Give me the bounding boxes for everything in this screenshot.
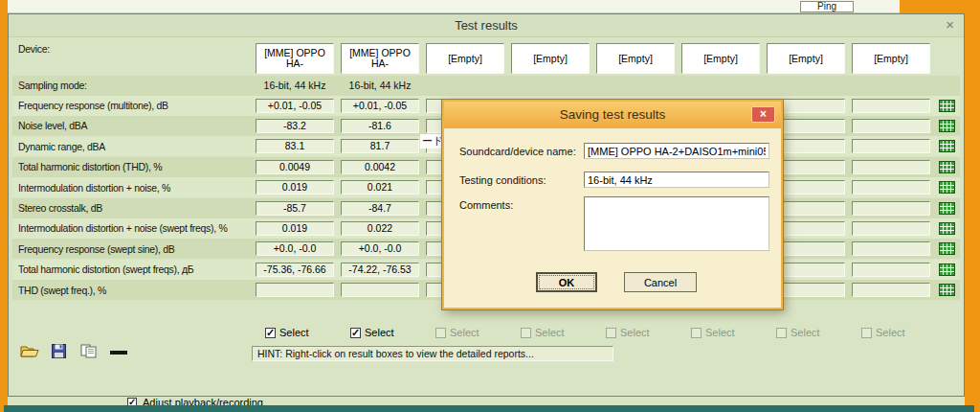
background-window-strip: Ping — [8, 0, 900, 13]
testing-conditions-input[interactable] — [584, 172, 769, 188]
taskbar-band — [4, 405, 974, 412]
row-label: Stereo crosstalk, dB — [18, 201, 256, 215]
device-header[interactable]: [MME] OPPO HA- — [341, 43, 419, 74]
result-cell[interactable] — [852, 119, 930, 133]
detail-report-icon[interactable] — [939, 263, 955, 276]
select-checkbox[interactable] — [435, 328, 446, 338]
select-checkbox[interactable] — [521, 328, 531, 338]
detail-report-icon[interactable] — [939, 161, 955, 173]
detail-report-icon[interactable] — [939, 284, 955, 296]
result-cell[interactable]: 0.019 — [256, 221, 334, 236]
result-cell[interactable] — [852, 99, 930, 113]
hint-bar: HINT: Right-click on result boxes to vie… — [252, 346, 613, 361]
result-cell[interactable] — [852, 160, 930, 174]
result-cell[interactable]: 0.0049 — [256, 160, 334, 174]
result-cell[interactable]: 83.1 — [256, 139, 334, 153]
result-cell[interactable]: -81.6 — [341, 119, 419, 133]
save-results-button[interactable] — [46, 340, 72, 364]
result-cell[interactable]: 0.021 — [341, 180, 419, 195]
result-cell[interactable]: 0.0042 — [341, 160, 419, 174]
row-label: Dynamic range, dBA — [18, 140, 256, 153]
select-label: Select — [876, 327, 905, 339]
lower-window-strip: ✓ Adjust playback/recording — [8, 397, 965, 405]
result-cell[interactable]: -75.36, -76.66 — [256, 263, 334, 277]
select-checkbox[interactable] — [606, 328, 616, 338]
row-label: THD (swept freq.), % — [18, 284, 256, 297]
dialog-titlebar: Saving test results × — [444, 102, 781, 128]
result-cell[interactable] — [852, 283, 930, 297]
select-checkbox[interactable] — [776, 328, 787, 338]
result-cell[interactable]: -85.7 — [256, 201, 334, 216]
detail-report-icon[interactable] — [939, 140, 955, 152]
result-cell[interactable] — [852, 180, 930, 195]
dialog-close-button[interactable]: × — [751, 106, 775, 123]
select-checkbox[interactable] — [861, 328, 872, 338]
select-checkbox[interactable]: ✓ — [350, 328, 361, 338]
toolbar — [16, 340, 131, 365]
result-cell[interactable]: 0.019 — [256, 180, 334, 195]
detail-report-icon[interactable] — [939, 222, 955, 235]
result-cell[interactable]: +0.0, -0.0 — [256, 241, 334, 256]
detail-report-icon[interactable] — [939, 100, 955, 112]
detail-report-icon[interactable] — [939, 181, 955, 194]
check-icon: ✓ — [351, 327, 360, 338]
load-results-button[interactable] — [16, 340, 42, 364]
device-header[interactable]: [MME] OPPO HA- — [256, 43, 334, 74]
detail-report-icon[interactable] — [939, 202, 955, 215]
minus-icon — [110, 351, 127, 355]
check-icon: ✓ — [128, 397, 136, 405]
saving-dialog: Saving test results × Soundcard/device n… — [442, 100, 783, 309]
dialog-body: Soundcard/device name: Testing condition… — [444, 128, 781, 309]
result-cell[interactable] — [852, 139, 930, 153]
select-checkbox[interactable] — [691, 328, 702, 338]
desktop-background: Ping Test results × Device:Sampling mode… — [0, 0, 980, 412]
select-label: Select — [279, 327, 309, 339]
result-cell[interactable] — [852, 201, 930, 216]
result-cell[interactable]: -84.7 — [341, 201, 419, 216]
select-label: Select — [365, 327, 394, 339]
result-cell[interactable]: +0.01, -0.05 — [256, 99, 334, 113]
device-header[interactable]: [Empty] — [511, 43, 590, 74]
result-cell[interactable]: -74.22, -76.53 — [341, 263, 419, 277]
result-cell[interactable]: +0.0, -0.0 — [341, 241, 419, 256]
testing-conditions-label: Testing conditions: — [459, 173, 546, 187]
row-label: Total harmonic distortion (THD), % — [18, 160, 256, 173]
select-label: Select — [705, 327, 735, 339]
select-label: Select — [620, 327, 650, 339]
ok-button[interactable]: OK — [536, 272, 597, 292]
result-cell[interactable]: 81.7 — [341, 139, 419, 153]
cancel-button[interactable]: Cancel — [624, 272, 697, 292]
device-header[interactable]: [Empty] — [767, 43, 845, 74]
copy-report-button[interactable] — [76, 340, 101, 364]
result-cell[interactable] — [256, 283, 334, 297]
device-name-label: Soundcard/device name: — [459, 145, 576, 158]
result-cell[interactable] — [852, 241, 930, 256]
device-header[interactable]: [Empty] — [852, 43, 930, 74]
row-label: Noise level, dBA — [18, 119, 256, 132]
remove-result-button[interactable] — [105, 340, 131, 364]
result-cell[interactable]: -83.2 — [256, 119, 334, 133]
adjust-playback-checkbox[interactable]: ✓ — [127, 398, 137, 405]
result-cell[interactable] — [852, 221, 930, 236]
row-label: Sampling mode: — [18, 79, 256, 92]
select-label: Select — [450, 327, 479, 339]
result-cell[interactable] — [341, 283, 419, 297]
row-label: Intermodulation distortion + noise (swep… — [18, 221, 256, 235]
device-name-input[interactable] — [584, 143, 769, 159]
save-floppy-icon — [52, 344, 66, 361]
device-header[interactable]: [Empty] — [426, 43, 504, 74]
result-cell[interactable]: +0.01, -0.05 — [341, 99, 419, 113]
result-cell[interactable]: 0.022 — [341, 221, 419, 236]
comments-textarea[interactable] — [584, 196, 769, 251]
copy-pages-icon — [80, 344, 97, 361]
ping-button[interactable]: Ping — [800, 1, 854, 12]
select-checkbox[interactable]: ✓ — [265, 328, 276, 338]
device-header[interactable]: [Empty] — [596, 43, 675, 74]
detail-report-icon[interactable] — [939, 120, 955, 132]
comments-label: Comments: — [459, 198, 513, 212]
detail-report-icon[interactable] — [939, 242, 955, 255]
dialog-title: Saving test results — [444, 102, 781, 128]
device-header[interactable]: [Empty] — [681, 43, 760, 74]
result-cell[interactable] — [852, 263, 930, 277]
row-label: Frequency response (multitone), dB — [18, 99, 256, 112]
